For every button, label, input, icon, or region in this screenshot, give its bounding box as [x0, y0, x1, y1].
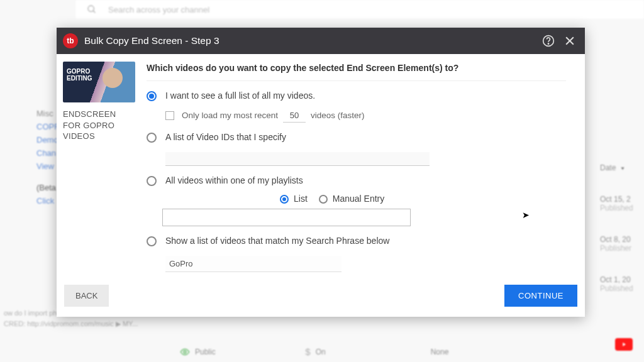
- recent-only-checkbox[interactable]: [165, 111, 174, 120]
- svg-point-4: [548, 43, 548, 44]
- bg-nav-section: Misc: [36, 107, 59, 120]
- svg-point-0: [88, 6, 94, 11]
- bg-right-column: Date Oct 15, 2 Published Oct 8, 20 Publi…: [600, 163, 644, 293]
- bg-nav-section: (Beta: [36, 173, 59, 194]
- radio-playlist-list[interactable]: [280, 195, 289, 204]
- playlist-list-label: List: [294, 194, 308, 204]
- radio-playlist[interactable]: [147, 176, 157, 186]
- visibility-cell: Public: [180, 346, 305, 357]
- search-phrase-input[interactable]: [165, 256, 341, 272]
- bg-nav-link[interactable]: View: [36, 160, 59, 173]
- playlist-manual-label: Manual Entry: [333, 194, 384, 204]
- recent-count-input[interactable]: [283, 109, 306, 123]
- bg-nav-link[interactable]: Chan: [36, 146, 59, 160]
- option-playlist[interactable]: All videos within one of my playlists: [147, 175, 566, 187]
- search-icon: [87, 4, 97, 14]
- restrictions-cell: None: [431, 346, 556, 357]
- continue-button[interactable]: CONTINUE: [504, 285, 577, 307]
- eye-icon: [180, 347, 190, 357]
- radio-search-phrase[interactable]: [147, 236, 157, 246]
- option-label: All videos within one of my playlists: [165, 175, 303, 187]
- youtube-logo[interactable]: [615, 338, 633, 351]
- search-bar[interactable]: Search across your channel: [75, 0, 644, 19]
- option-full-list-sub: Only load my most recent videos (faster): [165, 109, 566, 123]
- search-placeholder: Search across your channel: [108, 5, 209, 14]
- help-icon[interactable]: [542, 35, 555, 47]
- video-ids-input[interactable]: [165, 152, 430, 166]
- dollar-icon: $: [305, 346, 310, 357]
- option-label: A list of Video IDs that I specify: [165, 131, 286, 144]
- modal-main: Which videos do you want to copy the sel…: [142, 54, 585, 277]
- arrow-down-icon: [619, 165, 626, 171]
- close-icon[interactable]: [564, 35, 576, 47]
- table-row: Oct 1, 20 Published: [600, 275, 644, 293]
- playlist-input[interactable]: [162, 209, 411, 226]
- option-label: Show a list of videos that match my Sear…: [165, 235, 389, 248]
- modal-sidebar: ENDSCREEN FOR GOPRO VIDEOS: [57, 54, 142, 277]
- option-video-ids[interactable]: A list of Video IDs that I specify: [147, 131, 566, 144]
- back-button[interactable]: BACK: [64, 285, 109, 307]
- option-search-phrase[interactable]: Show a list of videos that match my Sear…: [147, 235, 566, 248]
- bg-nav-link[interactable]: Click: [36, 194, 59, 207]
- sub-label-a: Only load my most recent: [182, 111, 278, 120]
- radio-playlist-manual[interactable]: [319, 195, 328, 204]
- date-column-header[interactable]: Date: [600, 163, 644, 172]
- tubebuddy-logo: tb: [63, 33, 78, 48]
- bg-nav-link[interactable]: Demo: [36, 133, 59, 146]
- modal-title: Bulk Copy End Screen - Step 3: [84, 35, 533, 47]
- sub-label-b: videos (faster): [311, 111, 365, 120]
- modal-header: tb Bulk Copy End Screen - Step 3: [57, 28, 585, 54]
- modal-body: ENDSCREEN FOR GOPRO VIDEOS Which videos …: [57, 54, 585, 277]
- bg-nav-link[interactable]: COPF: [36, 120, 59, 133]
- source-video-title: ENDSCREEN FOR GOPRO VIDEOS: [63, 109, 135, 142]
- table-row: Oct 15, 2 Published: [600, 195, 644, 212]
- playlist-mode-row: List Manual Entry: [280, 194, 566, 204]
- monetization-cell: $ On: [305, 346, 430, 357]
- option-label: I want to see a full list of all my vide…: [165, 90, 315, 102]
- modal-question: Which videos do you want to copy the sel…: [147, 63, 566, 81]
- option-full-list[interactable]: I want to see a full list of all my vide…: [147, 90, 566, 102]
- svg-point-2: [184, 351, 186, 353]
- bg-left-nav: Misc COPF Demo Chan View (Beta Click: [36, 107, 59, 207]
- modal-footer: BACK CONTINUE: [57, 277, 585, 317]
- table-row: Oct 8, 20 Publisher: [600, 235, 644, 253]
- radio-video-ids[interactable]: [147, 133, 157, 143]
- radio-full-list[interactable]: [147, 91, 157, 101]
- video-status-row: Public $ On None: [180, 346, 556, 357]
- bulk-copy-modal: tb Bulk Copy End Screen - Step 3 ENDSCRE…: [57, 28, 585, 317]
- svg-line-1: [93, 11, 95, 13]
- source-video-thumbnail[interactable]: [63, 62, 135, 102]
